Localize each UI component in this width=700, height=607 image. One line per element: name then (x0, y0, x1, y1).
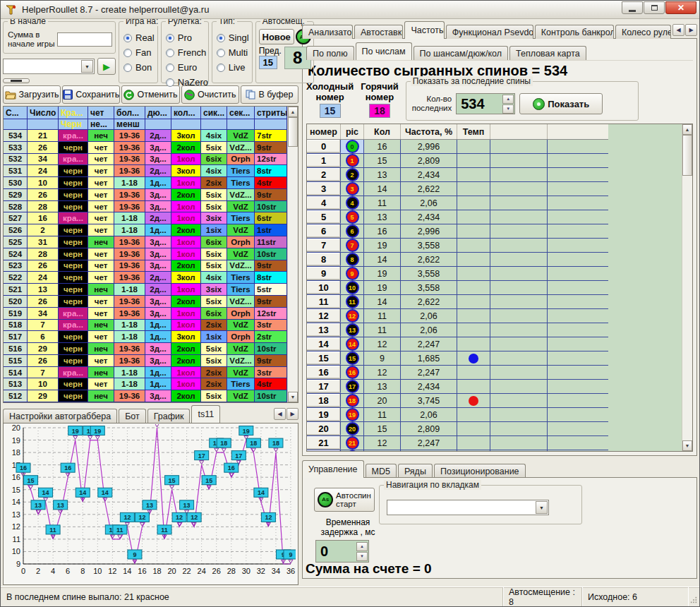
tab-autograbber-settings[interactable]: Настройки автограббера (3, 409, 117, 423)
spins-row[interactable]: 52926чернчет19-363д...2кол5sixVdZ...9str (4, 189, 287, 201)
tab-navigation-combobox[interactable]: ▼ (387, 500, 549, 515)
spins-row[interactable]: 51229черннеч19-363д...2кол5sixVdZ10str (4, 390, 287, 402)
start-sum-input[interactable] (57, 32, 112, 47)
last-spins-count-input[interactable]: 534 ▲ ▼ (456, 93, 515, 114)
tab-analyzer[interactable]: Анализатор (302, 25, 353, 39)
spins-row[interactable]: 51526чернчет19-363д...2кол5sixVdZ...9str (4, 355, 287, 367)
freq-row[interactable]: 1919112,06 (307, 408, 608, 422)
spins-row[interactable]: 52326чернчет19-363д...2кол5sixVdZ...9str (4, 260, 287, 272)
chevron-down-icon[interactable]: ▼ (81, 60, 93, 73)
spins-row[interactable]: 51934кра...чет19-363д...1кол6sixOrph12st… (4, 308, 287, 320)
scroll-down-icon[interactable]: ▼ (682, 440, 692, 451)
show-button[interactable]: Показать (519, 93, 603, 114)
tab-bankroll[interactable]: Контроль банкролла (535, 25, 614, 39)
radio-euro[interactable]: Euro (166, 60, 205, 75)
play-button[interactable]: ▶ (97, 58, 116, 75)
subtab-heatmap[interactable]: Тепловая карта (509, 46, 586, 60)
scroll-up-icon[interactable]: ▲ (682, 124, 692, 135)
freq-row[interactable]: 99193,558 (307, 267, 608, 281)
radio-real[interactable]: Real (123, 30, 155, 45)
spin-down-icon[interactable]: ▼ (356, 552, 368, 561)
load-button[interactable]: Загрузить (3, 85, 61, 104)
radio-multi[interactable]: Multi (217, 45, 249, 60)
scrollbar-thumb[interactable] (682, 135, 692, 176)
spins-row[interactable]: 52716кра...чет1-182д...1кол3sixTiers6str (4, 212, 287, 224)
tab-ryady[interactable]: Ряды (398, 464, 433, 478)
spin-up-icon[interactable]: ▲ (502, 95, 514, 104)
tab-scroll-right-icon[interactable]: ▶ (685, 24, 697, 36)
spins-row[interactable]: 5262чернчет1-181д...2кол1sixVdZ1str (4, 224, 287, 236)
spins-scrollbar[interactable]: ▲ ▼ (287, 107, 298, 402)
freq-row[interactable]: 55132,434 (307, 210, 608, 224)
subtab-by-numbers[interactable]: По числам (356, 42, 412, 60)
spin-up-icon[interactable]: ▲ (356, 542, 368, 551)
spins-row[interactable]: 53421кра...неч19-362д...3кол4sixVdZ7str (4, 130, 287, 142)
freq-row[interactable]: 66162,996 (307, 224, 608, 239)
spins-row[interactable]: 5187кра...неч1-181д...1кол2sixVdZ3str (4, 320, 287, 332)
subtab-by-field[interactable]: По полю (306, 46, 354, 60)
spins-row[interactable]: 5147кра...неч1-181д...1кол2sixVdZ3str (4, 367, 287, 379)
spins-row[interactable]: 53010чернчет1-181д...1кол2sixTiers4str (4, 177, 287, 189)
subtab-by-chances[interactable]: По шансам/дюж/кол (414, 46, 509, 60)
freq-row[interactable]: 2222132,434 (307, 450, 608, 452)
tab-frequencies[interactable]: Частоты (404, 21, 444, 39)
spins-row[interactable]: 53234кра...чет19-363д...1кол6sixOrph12st… (4, 154, 287, 166)
scroll-up-icon[interactable]: ▲ (288, 107, 298, 117)
freq-row[interactable]: 1717132,434 (307, 380, 608, 394)
tab-positioning[interactable]: Позиционирование (434, 464, 526, 478)
freq-row[interactable]: 1111142,622 (307, 295, 608, 309)
spins-row[interactable]: 51310чернчет1-181д...1кол2sixTiers4str (4, 378, 287, 390)
tab-wheel[interactable]: Колесо рулет (615, 25, 671, 39)
freq-row[interactable]: 22132,434 (307, 168, 608, 182)
new-button[interactable]: Новое (259, 29, 294, 44)
tab-ts11[interactable]: ts11 (191, 405, 220, 423)
minimize-icon[interactable] (622, 1, 643, 14)
spin-down-icon[interactable]: ▼ (502, 104, 514, 114)
radio-nazero[interactable]: NaZero (166, 75, 205, 90)
tab-grafik[interactable]: График (147, 409, 191, 423)
resize-grip[interactable] (688, 587, 699, 606)
tab-scroll-left-icon[interactable]: ◀ (274, 408, 286, 420)
radio-live[interactable]: Live (217, 60, 249, 75)
copy-to-clipboard-button[interactable]: В буфер (241, 85, 298, 104)
freq-row[interactable]: 1313112,06 (307, 323, 608, 337)
collapse-button[interactable] (3, 78, 30, 83)
tab-autobets[interactable]: Автоставки (354, 25, 403, 39)
freq-row[interactable]: 33142,622 (307, 182, 608, 196)
freq-row[interactable]: 1414122,247 (307, 337, 608, 351)
scroll-down-icon[interactable]: ▼ (288, 392, 298, 402)
tab-upravlenie[interactable]: Управление (302, 460, 364, 478)
radio-bon[interactable]: Bon (123, 60, 155, 75)
delay-input[interactable]: 0 ▲ ▼ (315, 540, 369, 563)
freq-row[interactable]: 88142,622 (307, 253, 608, 267)
scrollbar-thumb[interactable] (288, 117, 298, 147)
freq-row[interactable]: 1212112,06 (307, 309, 608, 323)
spins-row[interactable]: 52026чернчет19-363д...2кол5sixVdZ...9str (4, 296, 287, 308)
spins-row[interactable]: 52224чернчет19-362д...3кол4sixTiers8str (4, 272, 287, 284)
freq-row[interactable]: 1616122,247 (307, 366, 608, 380)
autospin-start-button[interactable]: As Автоспин старт (314, 488, 375, 512)
titlebar[interactable]: HelperRoullet 8.7 - create helperroullet… (1, 1, 699, 19)
maximize-icon[interactable] (644, 1, 665, 14)
tab-psevdoms[interactable]: Функционал PsevdoMS (446, 25, 533, 39)
spins-row[interactable]: 51629черннеч19-363д...2кол5sixVdZ10str (4, 343, 287, 355)
radio-fan[interactable]: Fan (123, 45, 155, 60)
freq-row[interactable]: 44112,06 (307, 196, 608, 210)
freq-row[interactable]: 2121122,247 (307, 436, 608, 450)
freq-row[interactable]: 1010193,558 (307, 281, 608, 295)
freq-scrollbar[interactable]: ▲ ▼ (682, 124, 692, 451)
close-icon[interactable]: ✕ (665, 1, 696, 14)
spins-row[interactable]: 52531черннеч19-363д...1кол6sixOrph11str (4, 236, 287, 248)
spins-row[interactable]: 53326чернчет19-363д...2кол5sixVdZ...9str (4, 142, 287, 154)
radio-pro[interactable]: Pro (166, 30, 205, 45)
tab-scroll-right-icon[interactable]: ▶ (286, 408, 298, 420)
spins-row[interactable]: 5176чернчет1-181д...3кол1sixOrph2str (4, 331, 287, 343)
tab-scroll-left-icon[interactable]: ◀ (672, 24, 684, 36)
spins-row[interactable]: 53124чернчет19-362д...3кол4sixTiers8str (4, 165, 287, 177)
spins-row[interactable]: 52828чернчет19-363д...1кол5sixVdZ10str (4, 201, 287, 213)
radio-singl[interactable]: Singl (217, 30, 249, 45)
freq-row[interactable]: 00162,996 (307, 140, 608, 154)
freq-row[interactable]: 2020152,809 (307, 422, 608, 436)
freq-row[interactable]: 151591,685 (307, 351, 608, 366)
save-button[interactable]: Сохранить (62, 85, 120, 104)
